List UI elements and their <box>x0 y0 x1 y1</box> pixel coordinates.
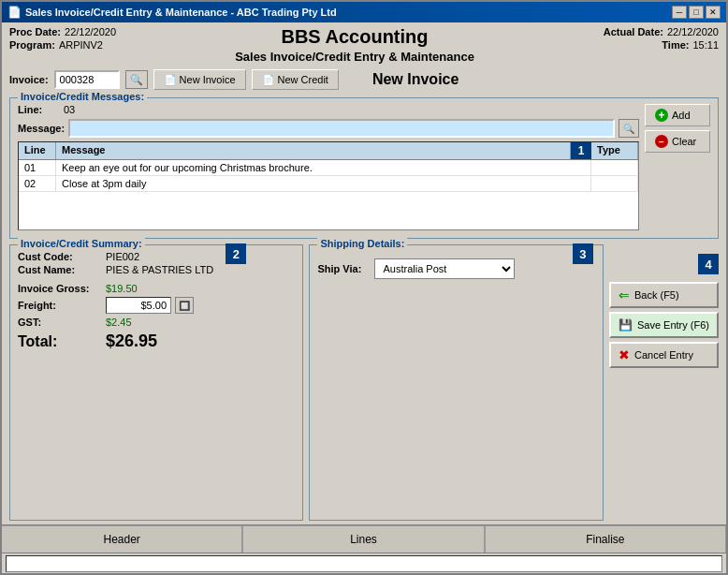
messages-actions: + Add − Clear <box>645 104 710 230</box>
message-search-button[interactable]: 🔍 <box>619 119 639 138</box>
time-label: Time: <box>662 39 689 51</box>
gst-value: $2.45 <box>106 317 132 328</box>
messages-group-title: Invoice/Credit Messages: <box>18 91 147 102</box>
content-area: Invoice/Credit Messages: Line: 03 Messag… <box>2 94 726 524</box>
back-button[interactable]: ⇐ Back (F5) <box>609 282 719 308</box>
cust-code-label: Cust Code: <box>18 251 102 262</box>
invoice-label: Invoice: <box>9 74 49 85</box>
invoice-gross-label: Invoice Gross: <box>18 283 102 294</box>
proc-date-label: Proc Date: <box>9 26 61 37</box>
messages-group: Invoice/Credit Messages: Line: 03 Messag… <box>9 97 719 239</box>
actual-date-label: Actual Date: <box>604 26 663 37</box>
col-line: Line <box>19 142 56 159</box>
badge-3: 3 <box>573 243 593 264</box>
app-subtitle: Sales Invoice/Credit Entry & Maintenance <box>140 50 569 64</box>
save-button[interactable]: 💾 Save Entry (F6) <box>609 312 719 338</box>
main-window: 📄 Sales Invoice/Credit Entry & Maintenan… <box>0 0 728 575</box>
total-value: $26.95 <box>106 332 157 351</box>
table-header: Line Message 1 Type <box>19 142 638 160</box>
bottom-sections: Invoice/Credit Summary: 2 Cust Code: PIE… <box>9 244 719 521</box>
col-type: Type <box>591 142 638 159</box>
add-icon: + <box>655 109 668 122</box>
total-label: Total: <box>18 333 102 350</box>
shipping-group: Shipping Details: 3 Ship Via: Australia … <box>309 244 603 521</box>
tab-finalise[interactable]: Finalise <box>485 525 726 553</box>
footer-tabs: Header Lines Finalise <box>2 524 726 553</box>
save-icon: 💾 <box>619 318 633 332</box>
table-row: 01 Keep an eye out for our upcoming Chri… <box>19 160 638 176</box>
app-title: BBS Accounting <box>140 26 569 48</box>
close-button[interactable]: ✕ <box>706 6 721 19</box>
message-input[interactable] <box>68 119 615 138</box>
freight-input[interactable] <box>106 297 171 314</box>
cust-name-value: PIES & PASTRIES LTD <box>106 264 213 275</box>
clear-icon: − <box>655 135 668 148</box>
freight-label: Freight: <box>18 300 102 311</box>
new-credit-button[interactable]: 📄 New Credit <box>252 69 339 90</box>
summary-group-title: Invoice/Credit Summary: <box>18 238 145 249</box>
badge-2: 2 <box>226 243 246 264</box>
program-label: Program: <box>9 39 55 51</box>
line-label: Line: <box>18 104 60 115</box>
program-value: ARPINV2 <box>59 39 103 51</box>
add-button[interactable]: + Add <box>645 104 710 126</box>
cancel-button[interactable]: ✖ Cancel Entry <box>609 342 719 368</box>
proc-date-value: 22/12/2020 <box>65 26 116 37</box>
summary-group: Invoice/Credit Summary: 2 Cust Code: PIE… <box>9 244 303 521</box>
gst-label: GST: <box>18 317 102 328</box>
cust-code-value: PIE002 <box>106 251 139 262</box>
actual-date-value: 22/12/2020 <box>667 26 719 37</box>
invoice-gross-value: $19.50 <box>106 283 138 294</box>
maximize-button[interactable]: □ <box>689 6 704 19</box>
side-buttons: 4 ⇐ Back (F5) 💾 Save Entry (F6) ✖ Cancel… <box>609 244 719 521</box>
invoice-search-button[interactable]: 🔍 <box>125 70 148 89</box>
line-value: 03 <box>64 104 75 115</box>
table-empty-space <box>19 192 638 229</box>
cancel-icon: ✖ <box>619 347 630 362</box>
new-invoice-button[interactable]: 📄 New Invoice <box>153 69 246 90</box>
calc-button[interactable]: 🔲 <box>175 297 194 314</box>
badge-1: 1 <box>571 142 591 159</box>
shipping-group-title: Shipping Details: <box>317 238 407 249</box>
status-bar <box>2 553 726 573</box>
clear-button[interactable]: − Clear <box>645 130 710 153</box>
app-icon: 📄 <box>7 6 22 19</box>
document-icon2: 📄 <box>262 74 275 86</box>
status-input <box>6 555 722 572</box>
back-icon: ⇐ <box>619 288 630 302</box>
toolbar: Invoice: 🔍 📄 New Invoice 📄 New Credit Ne… <box>2 67 726 94</box>
tab-lines[interactable]: Lines <box>242 525 484 553</box>
time-value: 15:11 <box>692 39 719 51</box>
messages-table: Line Message 1 Type 01 Keep an eye out f… <box>18 141 639 230</box>
ship-via-label: Ship Via: <box>317 263 369 274</box>
page-title: New Invoice <box>372 71 459 88</box>
col-message: Message <box>56 142 571 159</box>
tab-header[interactable]: Header <box>2 525 242 553</box>
message-label: Message: <box>18 123 65 134</box>
minimize-button[interactable]: ─ <box>672 6 687 19</box>
document-icon: 📄 <box>164 74 177 86</box>
badge-4: 4 <box>698 254 719 274</box>
header-area: Proc Date: 22/12/2020 Program: ARPINV2 B… <box>2 22 726 67</box>
table-row: 02 Close at 3pm daily <box>19 176 638 192</box>
ship-via-select[interactable]: Australia Post Courier Self Collect Expr… <box>374 258 515 279</box>
invoice-input[interactable] <box>54 70 120 89</box>
window-title: Sales Invoice/Credit Entry & Maintenance… <box>25 7 337 18</box>
title-bar: 📄 Sales Invoice/Credit Entry & Maintenan… <box>2 2 726 22</box>
cust-name-label: Cust Name: <box>18 264 102 275</box>
